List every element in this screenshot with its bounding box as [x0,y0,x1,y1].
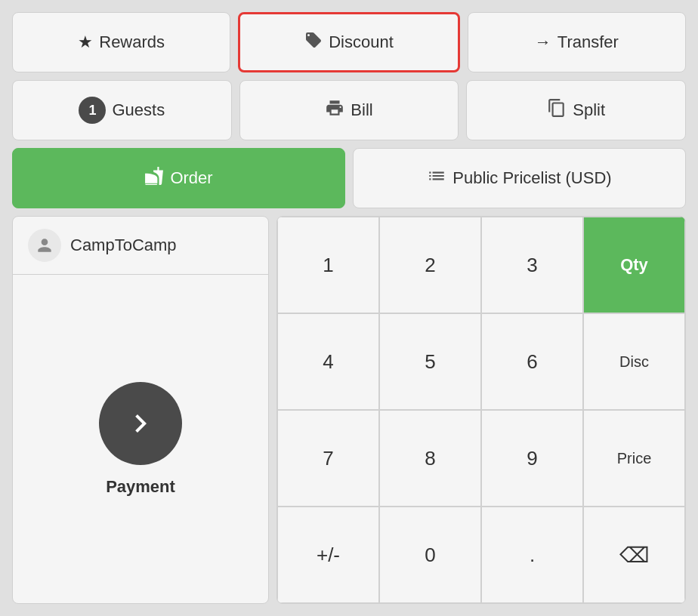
guests-label: Guests [112,100,165,120]
customer-icon [28,229,61,262]
numpad-disc[interactable]: Disc [583,313,685,410]
numpad-grid: 1 2 3 Qty 4 5 6 Disc 7 8 9 Price +/- 0 .… [276,216,686,604]
order-label: Order [170,168,212,188]
numpad-1[interactable]: 1 [277,217,379,313]
payment-label: Payment [106,477,175,497]
tag-icon [304,31,323,54]
numpad-qty[interactable]: Qty [583,217,685,313]
numpad-8[interactable]: 8 [379,410,481,507]
numpad-section: CampToCamp Payment 1 2 3 Qty 4 5 6 Disc … [12,216,686,604]
tab-row-1: ★ Rewards Discount → Transfer [12,12,686,72]
split-button[interactable]: Split [466,80,686,140]
customer-row: CampToCamp [13,217,268,275]
numpad-5[interactable]: 5 [379,313,481,410]
left-panel: CampToCamp Payment [12,216,269,604]
numpad-3[interactable]: 3 [481,217,583,313]
split-label: Split [573,100,605,120]
numpad-plusminus[interactable]: +/- [277,507,379,603]
numpad-dot[interactable]: . [481,507,583,603]
transfer-button[interactable]: → Transfer [468,12,686,72]
chevron-right-icon [122,405,159,442]
rewards-button[interactable]: ★ Rewards [12,12,230,72]
numpad-7[interactable]: 7 [277,410,379,507]
discount-button[interactable]: Discount [238,12,459,72]
arrow-right-icon: → [535,32,551,52]
numpad-9[interactable]: 9 [481,410,583,507]
numpad-6[interactable]: 6 [481,313,583,410]
pricelist-label: Public Pricelist (USD) [452,168,611,188]
list-icon [427,166,446,190]
bill-button[interactable]: Bill [239,80,459,140]
transfer-label: Transfer [557,32,619,52]
payment-area: Payment [84,275,197,603]
customer-name: CampToCamp [70,236,177,255]
order-button[interactable]: Order [12,148,345,208]
numpad-2[interactable]: 2 [379,217,481,313]
star-icon: ★ [78,32,93,52]
discount-label: Discount [329,32,394,52]
rewards-label: Rewards [99,32,165,52]
fork-knife-icon [144,166,164,190]
tab-row-2: 1 Guests Bill Split [12,80,686,140]
numpad-0[interactable]: 0 [379,507,481,603]
payment-button[interactable] [99,382,182,465]
numpad-4[interactable]: 4 [277,313,379,410]
bill-label: Bill [351,100,372,120]
tab-row-3: Order Public Pricelist (USD) [12,148,686,208]
guests-button[interactable]: 1 Guests [12,80,232,140]
pricelist-button[interactable]: Public Pricelist (USD) [353,148,686,208]
numpad-backspace[interactable]: ⌫ [583,507,685,603]
numpad-price[interactable]: Price [583,410,685,507]
main-container: ★ Rewards Discount → Transfer 1 Guests B… [0,0,698,616]
backspace-icon: ⌫ [619,543,650,568]
print-icon [325,98,344,122]
guest-count: 1 [79,97,106,124]
split-icon [547,98,567,122]
